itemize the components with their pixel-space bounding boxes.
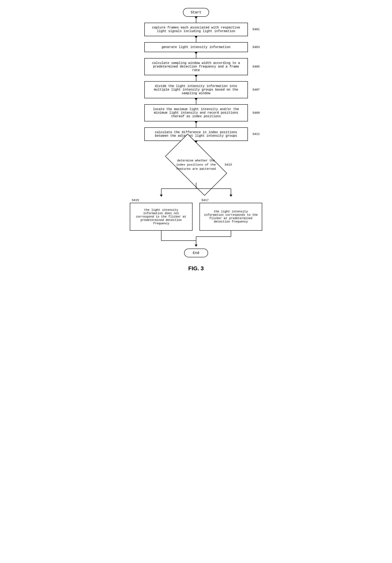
step-S401: capture frames each associated with resp…	[144, 23, 248, 36]
flowchart: Start capture frames each associated wit…	[126, 8, 266, 272]
start-label: Start	[183, 8, 209, 17]
label-S415: S415	[132, 199, 139, 202]
label-S411: S411	[252, 133, 260, 136]
end-node: End	[184, 249, 208, 257]
arrow-2	[196, 36, 196, 42]
decision-text: determine whether the index positions of…	[176, 159, 216, 171]
decision-S413-row: determine whether the index positions of…	[164, 147, 228, 183]
branch-lines-svg	[126, 183, 266, 199]
figure-label: FIG. 3	[188, 265, 204, 272]
branch-area: S415 S417 the light intensity informatio…	[126, 183, 266, 249]
step-S409: locate the maximum light intensity and/o…	[144, 104, 248, 121]
arrow-3	[196, 52, 196, 58]
arrow-6	[196, 121, 196, 127]
step-S411-row: calculate the difference in index positi…	[144, 127, 248, 141]
branch-right-col: the light intensity information correspo…	[199, 203, 262, 231]
branch-labels: S415 S417	[126, 199, 266, 202]
label-S415-wrapper: S415	[130, 199, 193, 202]
label-S417-wrapper: S417	[199, 199, 262, 202]
step-S405: calculate sampling window width accordin…	[144, 58, 248, 75]
svg-marker-11	[195, 244, 197, 247]
end-label: End	[184, 249, 208, 257]
branch-left-col: the light intensity information does not…	[130, 203, 193, 231]
decision-S413: determine whether the index positions of…	[164, 147, 228, 183]
step-S407-row: divide the light intensity information i…	[144, 81, 248, 98]
label-S401: S401	[252, 28, 260, 31]
step-S409-row: locate the maximum light intensity and/o…	[144, 104, 248, 121]
label-S407: S407	[252, 88, 260, 91]
svg-marker-5	[230, 195, 232, 197]
label-S403: S403	[252, 46, 260, 49]
branch-boxes: the light intensity information does not…	[126, 203, 266, 231]
label-S409: S409	[252, 111, 260, 115]
label-S405: S405	[252, 65, 260, 68]
end-lines-svg	[126, 231, 266, 249]
step-S407: divide the light intensity information i…	[144, 81, 248, 98]
step-S401-row: capture frames each associated with resp…	[144, 23, 248, 36]
arrow-1	[196, 17, 196, 23]
arrow-4	[196, 75, 196, 81]
step-S411: calculate the difference in index positi…	[144, 127, 248, 141]
start-node: Start	[183, 8, 209, 17]
step-S403: generate light intensity information	[144, 42, 248, 52]
step-S415: the light intensity information does not…	[130, 203, 193, 231]
step-S417: the light intensity information correspo…	[199, 203, 262, 231]
step-S405-row: calculate sampling window width accordin…	[144, 58, 248, 75]
label-S413: S413	[224, 163, 232, 166]
arrow-5	[196, 98, 196, 104]
step-S403-row: generate light intensity information S40…	[144, 42, 248, 52]
label-S417: S417	[201, 199, 209, 202]
svg-marker-4	[160, 195, 163, 197]
